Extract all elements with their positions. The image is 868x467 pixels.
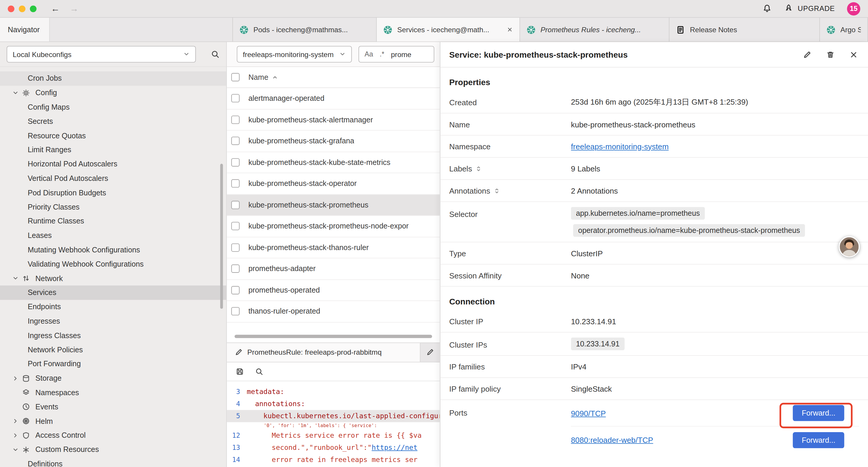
sidebar-item-port-forwarding[interactable]: Port Forwarding — [0, 357, 226, 371]
notification-count-badge[interactable]: 15 — [847, 2, 860, 16]
tab-prometheus-rules-icecheng[interactable]: Prometheus Rules - icecheng... — [520, 18, 670, 41]
table-row[interactable]: kube-prometheus-stack-operator — [227, 173, 440, 195]
chevron-down-icon[interactable] — [12, 90, 22, 96]
sidebar-item-mutating-webhook-configurations[interactable]: Mutating Webhook Configurations — [0, 243, 226, 257]
sidebar-item-runtime-classes[interactable]: Runtime Classes — [0, 214, 226, 228]
tab-pods-icecheng-mathmas[interactable]: Pods - icecheng@mathmas... — [232, 18, 377, 41]
search-icon[interactable] — [255, 367, 263, 375]
sidebar-item-helm[interactable]: Helm — [0, 414, 226, 428]
close-window-button[interactable] — [8, 5, 14, 12]
services-list-panel: freeleaps-monitoring-system Aa .* prome … — [227, 42, 440, 467]
row-checkbox[interactable] — [231, 179, 240, 188]
row-checkbox[interactable] — [231, 137, 240, 145]
forward-button[interactable]: → — [70, 4, 79, 13]
sidebar-item-namespaces[interactable]: Namespaces — [0, 385, 226, 400]
close-drawer-icon[interactable] — [849, 50, 858, 59]
sidebar-item-leases[interactable]: Leases — [0, 229, 226, 243]
minimize-window-button[interactable] — [19, 5, 25, 12]
namespace-link[interactable]: freeleaps-monitoring-system — [571, 142, 669, 151]
sidebar-item-storage[interactable]: Storage — [0, 371, 226, 385]
row-checkbox[interactable] — [231, 201, 240, 209]
row-checkbox[interactable] — [231, 265, 240, 273]
row-checkbox[interactable] — [231, 116, 240, 124]
table-row[interactable]: prometheus-operated — [227, 280, 440, 301]
zoom-window-button[interactable] — [30, 5, 36, 12]
chevron-right-icon[interactable] — [12, 418, 22, 424]
row-checkbox[interactable] — [231, 307, 240, 315]
sidebar-item-access-control[interactable]: Access Control — [0, 428, 226, 442]
port-link[interactable]: 9090/TCP — [571, 408, 606, 417]
port-link[interactable]: 8080:reloader-web/TCP — [571, 435, 653, 444]
sort-updown-icon[interactable] — [493, 187, 500, 194]
sidebar-item-custom-resources[interactable]: Custom Resources — [0, 442, 226, 457]
row-checkbox[interactable] — [231, 158, 240, 167]
sidebar-item-validating-webhook-configurations[interactable]: Validating Webhook Configurations — [0, 257, 226, 271]
sidebar-item-services[interactable]: Services — [0, 286, 226, 300]
table-row[interactable]: prometheus-adapter — [227, 258, 440, 280]
service-search-input[interactable]: Aa .* prome — [359, 46, 434, 62]
horizontal-scrollbar[interactable] — [235, 334, 432, 338]
sidebar-item-cron-jobs[interactable]: Cron Jobs — [0, 71, 226, 85]
chevron-right-icon[interactable] — [12, 432, 22, 439]
table-row[interactable]: kube-prometheus-stack-prometheus-node-ex… — [227, 216, 440, 237]
close-tab-icon[interactable] — [507, 27, 513, 33]
back-button[interactable]: ← — [51, 4, 60, 13]
chevron-down-icon[interactable] — [12, 446, 22, 453]
sidebar-item-events[interactable]: Events — [0, 400, 226, 414]
upgrade-button[interactable]: UPGRADE — [784, 4, 835, 13]
yaml-editor[interactable]: 3metadata:4 annotations:5 kubectl.kubern… — [227, 381, 440, 467]
table-row[interactable]: kube-prometheus-stack-alertmanager — [227, 109, 440, 130]
kubeconfig-selector[interactable]: Local Kubeconfigs — [6, 46, 195, 62]
navigator-panel-tab[interactable]: Navigator — [0, 18, 50, 41]
sidebar-item-label: Custom Resources — [35, 445, 99, 454]
editor-tab-prometheusrule[interactable]: PrometheusRule: freeleaps-prod-rabbitmq — [227, 343, 421, 362]
sidebar-item-limit-ranges[interactable]: Limit Ranges — [0, 143, 226, 157]
tab-argo-se[interactable]: Argo Se — [820, 18, 868, 41]
table-row[interactable]: thanos-ruler-operated — [227, 301, 440, 322]
editor-tab-partial[interactable] — [421, 343, 440, 362]
sidebar-item-secrets[interactable]: Secrets — [0, 114, 226, 128]
chevron-right-icon[interactable] — [12, 375, 22, 382]
row-checkbox[interactable] — [231, 222, 240, 230]
sidebar-item-config-maps[interactable]: Config Maps — [0, 100, 226, 114]
sidebar-item-label: Network — [35, 274, 63, 283]
sidebar-item-endpoints[interactable]: Endpoints — [0, 300, 226, 314]
select-all-checkbox[interactable] — [231, 73, 240, 81]
sidebar-item-vertical-pod-autoscalers[interactable]: Vertical Pod Autoscalers — [0, 171, 226, 185]
sidebar-item-ingress-classes[interactable]: Ingress Classes — [0, 328, 226, 343]
sidebar-item-definitions[interactable]: Definitions — [0, 457, 226, 467]
edit-pencil-icon[interactable] — [803, 50, 812, 59]
sidebar-item-pod-disruption-budgets[interactable]: Pod Disruption Budgets — [0, 185, 226, 200]
tab-services-icecheng-math[interactable]: Services - icecheng@math... — [377, 18, 520, 41]
sidebar-search-icon[interactable] — [211, 50, 219, 59]
table-row[interactable]: alertmanager-operated — [227, 88, 440, 109]
sidebar-item-network[interactable]: Network — [0, 271, 226, 286]
sidebar-item-horizontal-pod-autoscalers[interactable]: Horizontal Pod Autoscalers — [0, 157, 226, 171]
sort-updown-icon[interactable] — [475, 165, 482, 172]
name-column-header[interactable]: Name — [248, 73, 278, 81]
delete-trash-icon[interactable] — [826, 50, 835, 59]
namespace-selector[interactable]: freeleaps-monitoring-system — [237, 46, 352, 62]
match-case-toggle[interactable]: Aa — [365, 50, 373, 58]
save-icon[interactable] — [236, 367, 244, 375]
table-row[interactable]: kube-prometheus-stack-prometheus — [227, 195, 440, 216]
table-row[interactable]: kube-prometheus-stack-thanos-ruler — [227, 237, 440, 258]
sidebar-item-resource-quotas[interactable]: Resource Quotas — [0, 128, 226, 143]
row-checkbox[interactable] — [231, 243, 240, 252]
notifications-bell-icon[interactable] — [762, 4, 772, 13]
sidebar-item-network-policies[interactable]: Network Policies — [0, 343, 226, 357]
sidebar-scrollbar[interactable] — [220, 164, 223, 309]
table-row[interactable]: kube-prometheus-stack-grafana — [227, 130, 440, 152]
sidebar-item-ingresses[interactable]: Ingresses — [0, 314, 226, 328]
sidebar-item-config[interactable]: Config — [0, 86, 226, 100]
regex-toggle[interactable]: .* — [380, 50, 384, 58]
sidebar-item-priority-classes[interactable]: Priority Classes — [0, 200, 226, 214]
table-row[interactable]: kube-prometheus-stack-kube-state-metrics — [227, 152, 440, 173]
user-avatar[interactable] — [839, 236, 860, 257]
forward-button[interactable]: Forward... — [793, 432, 844, 448]
row-checkbox[interactable] — [231, 286, 240, 294]
chevron-down-icon[interactable] — [12, 275, 22, 282]
forward-button[interactable]: Forward... — [793, 405, 844, 421]
row-checkbox[interactable] — [231, 94, 240, 103]
tab-release-notes[interactable]: Release Notes — [670, 18, 820, 41]
